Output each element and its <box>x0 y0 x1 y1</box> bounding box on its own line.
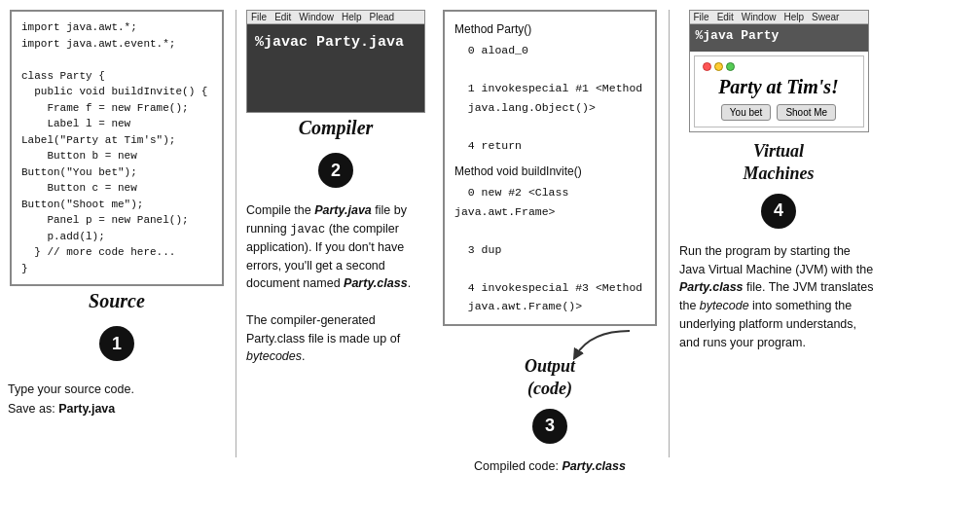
source-line: import java.awt.*; <box>21 19 212 36</box>
party-window: File Edit Window Help Swear %java Party … <box>689 10 869 132</box>
party-app-buttons: You bet Shoot Me <box>703 104 855 121</box>
menu-window-vm[interactable]: Window <box>742 12 777 22</box>
you-bet-button[interactable]: You bet <box>721 104 772 121</box>
source-line: Label l = new Label("Party at Tim's"); <box>21 116 212 148</box>
source-column: import java.awt.*; import java.awt.event… <box>0 0 234 509</box>
bytecode-line: 1 invokespecial #1 <Method java.lang.Obj… <box>454 79 645 117</box>
source-instruction: Type your source code. <box>8 382 226 396</box>
source-line: Panel p = new Panel(); <box>21 212 212 229</box>
step-badge-4: 4 <box>761 194 796 229</box>
method-header-1: Method Party() <box>454 19 645 39</box>
step-badge-2: 2 <box>318 153 353 188</box>
output-bottom-label: Compiled code: Party.class <box>441 459 659 473</box>
compiler-section-title: Compiler <box>299 117 374 139</box>
source-line: import java.awt.event.*; <box>21 36 212 53</box>
bytecode-line: 0 new #2 <Class java.awt.Frame> <box>454 183 645 221</box>
menu-plead[interactable]: Plead <box>370 12 395 22</box>
party-menubar: File Edit Window Help Swear <box>690 11 868 24</box>
source-line <box>21 52 212 68</box>
bytecode-box: Method Party() 0 aload_0 1 invokespecial… <box>443 10 657 326</box>
source-section-title: Source <box>89 290 145 312</box>
curved-arrow-icon <box>571 326 649 365</box>
vm-section-title: VirtualMachines <box>743 140 814 186</box>
step-badge-1: 1 <box>99 326 134 361</box>
traffic-dot-red <box>703 62 711 71</box>
bytecode-line <box>454 60 645 80</box>
source-line: Button c = new Button("Shoot me"); <box>21 180 212 212</box>
source-line: public void buildInvite() { <box>21 84 212 100</box>
menu-file-vm[interactable]: File <box>694 12 709 22</box>
menu-window[interactable]: Window <box>299 12 334 22</box>
col3-col4-divider <box>669 10 670 457</box>
bytecode-line <box>454 259 645 278</box>
col1-col2-divider <box>236 10 236 457</box>
vm-description: Run the program by starting the Java Vir… <box>679 242 878 352</box>
source-line: Button b = new Button("You bet"); <box>21 148 212 180</box>
source-save-label: Save as: Party.java <box>8 402 226 416</box>
method-header-2: Method void buildInvite() <box>454 162 645 181</box>
traffic-dot-green <box>726 62 735 71</box>
menu-swear[interactable]: Swear <box>812 12 839 22</box>
source-line: p.add(l); <box>21 229 212 245</box>
menu-edit-vm[interactable]: Edit <box>717 12 734 22</box>
step-badge-3: 3 <box>532 409 567 444</box>
menu-edit[interactable]: Edit <box>274 12 291 22</box>
source-line: Frame f = new Frame(); <box>21 100 212 117</box>
traffic-lights <box>703 62 855 71</box>
bytecode-line <box>454 118 645 137</box>
compiler-window: File Edit Window Help Plead %javac Party… <box>246 10 425 113</box>
bytecode-line: 4 invokespecial #3 <Method java.awt.Fram… <box>454 278 645 316</box>
output-column: Method Party() 0 aload_0 1 invokespecial… <box>433 0 667 509</box>
output-section-title: Output(code) <box>525 355 575 401</box>
bytecode-line <box>454 221 645 240</box>
compiler-menubar: File Edit Window Help Plead <box>247 11 424 24</box>
menu-file[interactable]: File <box>251 12 267 22</box>
source-line: } // more code here... <box>21 244 212 261</box>
party-app-title: Party at Tim's! <box>703 75 855 98</box>
party-app-window: Party at Tim's! You bet Shoot Me <box>694 55 864 127</box>
vm-column: File Edit Window Help Swear %java Party … <box>671 0 886 509</box>
arrow-container <box>441 326 659 355</box>
party-terminal: %java Party <box>690 24 868 52</box>
compiler-column: File Edit Window Help Plead %javac Party… <box>238 0 433 509</box>
menu-help[interactable]: Help <box>342 12 362 22</box>
traffic-dot-yellow <box>714 62 723 71</box>
bytecode-line: 4 return <box>454 136 645 156</box>
bytecode-line: 0 aload_0 <box>454 41 645 60</box>
source-line: class Party { <box>21 68 212 85</box>
compiler-terminal: %javac Party.java <box>247 24 424 112</box>
shoot-me-button[interactable]: Shoot Me <box>777 104 836 121</box>
source-code-box: import java.awt.*; import java.awt.event… <box>10 10 224 286</box>
source-line: } <box>21 261 212 277</box>
compiler-description: Compile the Party.java file by running j… <box>246 201 425 366</box>
menu-help-vm[interactable]: Help <box>783 12 804 22</box>
bytecode-line: 3 dup <box>454 240 645 260</box>
